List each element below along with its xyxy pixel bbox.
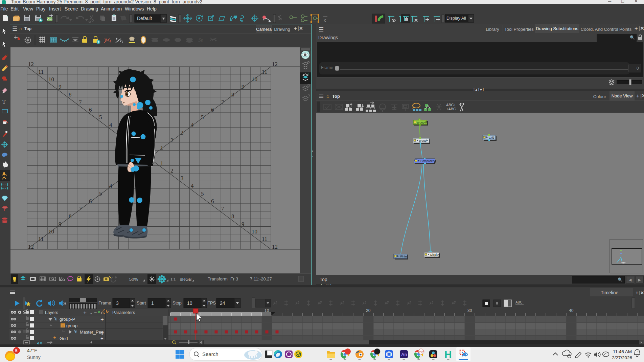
svg-text:Composite: Composite: [420, 159, 434, 163]
svg-text:group: group: [419, 139, 427, 142]
svg-text:4: 4: [109, 122, 112, 128]
svg-text:Parameters: Parameters: [112, 310, 135, 315]
svg-text:1: 1: [160, 144, 163, 151]
svg-text:10: 10: [252, 228, 257, 235]
svg-text:+: +: [100, 329, 104, 336]
svg-text:Default: Default: [137, 16, 152, 21]
svg-text:Transform: Transform: [208, 276, 228, 281]
svg-text:An: An: [401, 352, 407, 357]
svg-text:+ABC: +ABC: [446, 107, 456, 111]
svg-text:9: 9: [59, 84, 62, 90]
svg-text:5: 5: [201, 114, 204, 120]
svg-text:8: 8: [231, 91, 234, 98]
svg-text:5: 5: [99, 190, 102, 197]
svg-text:Layers: Layers: [45, 310, 59, 315]
svg-text:Display All: Display All: [446, 16, 466, 21]
svg-text:8: 8: [231, 213, 234, 220]
svg-text:ABC+: ABC+: [446, 103, 456, 107]
svg-text:7.11:-20.27: 7.11:-20.27: [250, 276, 272, 281]
svg-text:|: |: [639, 290, 640, 295]
svg-text:20: 20: [366, 308, 371, 313]
svg-text:9: 9: [59, 221, 62, 227]
svg-text:24: 24: [220, 300, 225, 306]
svg-text:✕: ✕: [640, 290, 644, 295]
svg-text:8: 8: [69, 91, 72, 98]
svg-text:+: +: [100, 311, 103, 316]
svg-text:10: 10: [48, 76, 54, 83]
svg-text:⌄: ⌄: [89, 310, 93, 315]
svg-text:11:46 AM: 11:46 AM: [613, 349, 632, 354]
svg-text:Grid: Grid: [489, 136, 494, 139]
svg-text:12: 12: [272, 61, 278, 67]
svg-text:H: H: [444, 349, 452, 360]
svg-text:Display: Display: [430, 253, 440, 256]
svg-text:6: 6: [89, 198, 92, 204]
svg-text:+: +: [100, 316, 104, 323]
svg-text:+: +: [83, 310, 87, 316]
svg-text:sRGB: sRGB: [180, 277, 192, 282]
svg-text:Write: Write: [400, 255, 407, 258]
svg-text:FPS: FPS: [207, 300, 216, 306]
svg-text:Stop: Stop: [172, 300, 182, 306]
svg-text:Master_Peg: Master_Peg: [80, 330, 104, 335]
svg-text:12: 12: [272, 244, 278, 250]
svg-text:group-P: group-P: [60, 317, 75, 322]
svg-text:4: 4: [191, 122, 194, 128]
svg-text:▮▮: ▮▮: [387, 353, 391, 356]
svg-text:3: 3: [116, 300, 119, 306]
svg-text:8: 8: [69, 213, 72, 220]
svg-text:2: 2: [170, 167, 174, 174]
svg-text:50%: 50%: [129, 277, 138, 282]
svg-text:5: 5: [15, 348, 18, 353]
svg-text:z: z: [637, 350, 639, 353]
svg-text:Frame: Frame: [98, 300, 111, 306]
svg-text:3: 3: [181, 175, 184, 181]
svg-text:11: 11: [262, 236, 267, 242]
svg-text:4: 4: [191, 183, 194, 189]
svg-text:9: 9: [242, 84, 245, 90]
svg-text:6: 6: [211, 107, 214, 113]
svg-text:12: 12: [28, 61, 34, 67]
svg-text:11: 11: [38, 69, 44, 75]
svg-text:10: 10: [264, 308, 269, 313]
svg-text:L: L: [308, 72, 309, 76]
svg-text:47°F: 47°F: [27, 348, 37, 353]
svg-text:Fr 3: Fr 3: [230, 276, 238, 281]
svg-text:2/27/2026: 2/27/2026: [612, 355, 632, 360]
svg-text:7: 7: [79, 205, 82, 212]
svg-text:group-P: group-P: [417, 121, 428, 124]
svg-text:Search: Search: [202, 351, 218, 357]
svg-text:10: 10: [48, 228, 54, 235]
svg-text:40: 40: [569, 308, 574, 313]
svg-text:5: 5: [201, 190, 204, 197]
svg-text:−: −: [94, 310, 97, 315]
svg-text:7: 7: [221, 205, 224, 212]
svg-text:11: 11: [38, 236, 44, 242]
svg-text:2: 2: [170, 137, 174, 143]
svg-text:5: 5: [99, 114, 102, 120]
svg-text:10: 10: [187, 300, 192, 306]
svg-text:7: 7: [221, 99, 224, 106]
svg-text:＋: ＋: [635, 290, 639, 295]
svg-text:S: S: [63, 301, 66, 306]
svg-text:9: 9: [242, 221, 245, 227]
svg-text:6: 6: [89, 107, 92, 113]
svg-text:Sunny: Sunny: [27, 355, 41, 360]
svg-text:11: 11: [262, 69, 267, 75]
svg-text:ABC: ABC: [515, 300, 523, 304]
svg-text:4: 4: [109, 183, 112, 189]
svg-text:T: T: [2, 99, 6, 105]
svg-text:1: 1: [151, 300, 154, 306]
svg-text:c: c: [324, 18, 326, 23]
svg-text:group: group: [66, 323, 77, 328]
svg-text:Sƶ: Sƶ: [198, 37, 203, 43]
svg-text:30: 30: [467, 308, 472, 313]
svg-text:12: 12: [28, 244, 34, 250]
svg-text:1: 1: [160, 160, 163, 166]
svg-text:3: 3: [181, 130, 184, 136]
svg-text:10: 10: [252, 76, 257, 83]
svg-text:Start: Start: [137, 300, 146, 306]
svg-text:PUR: PUR: [419, 350, 424, 353]
svg-text:1:1: 1:1: [170, 277, 176, 281]
svg-text:Timeline: Timeline: [601, 290, 619, 295]
